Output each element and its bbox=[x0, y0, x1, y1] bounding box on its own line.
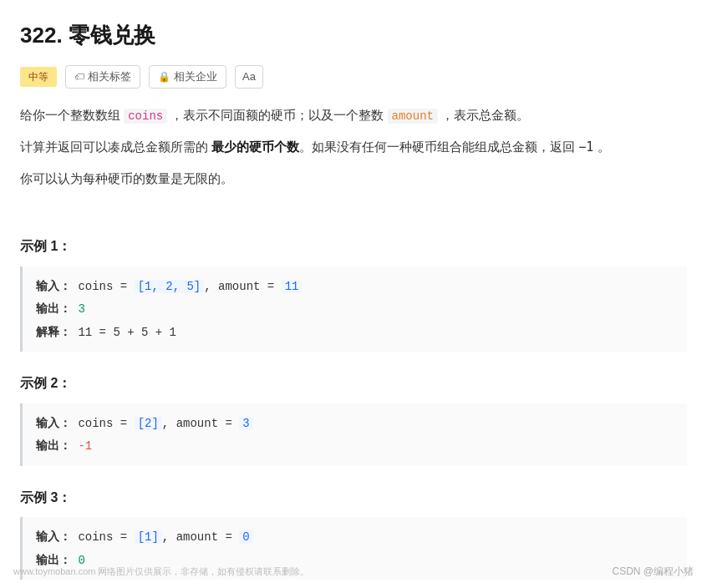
example2-input-coins: coins = [2], amount = 3 bbox=[78, 417, 252, 430]
example1-explain-value: 11 = 5 + 5 + 1 bbox=[78, 326, 176, 339]
example1-output-row: 输出： 3 bbox=[36, 297, 674, 321]
font-size-button[interactable]: Aa bbox=[235, 65, 263, 89]
watermark: www.toymoban.com 网络图片仅供展示，非存储，如有侵权请联系删除。 bbox=[13, 564, 309, 580]
example2-input-label: 输入： bbox=[36, 416, 71, 429]
difficulty-badge[interactable]: 中等 bbox=[20, 67, 57, 87]
related-company-button[interactable]: 🔒 相关企业 bbox=[149, 65, 226, 89]
example1-explain-row: 解释： 11 = 5 + 5 + 1 bbox=[36, 321, 674, 344]
example1-title: 示例 1： bbox=[20, 235, 687, 257]
tags-row: 中等 🏷 相关标签 🔒 相关企业 Aa bbox=[20, 65, 687, 89]
example1-block: 输入： coins = [1, 2, 5], amount = 11 输出： 3… bbox=[20, 266, 687, 352]
example2-output-value: -1 bbox=[78, 439, 92, 453]
description-1: 给你一个整数数组 coins ，表示不同面额的硬币；以及一个整数 amount … bbox=[20, 104, 687, 127]
lock-icon: 🔒 bbox=[158, 68, 170, 85]
example2-input-row: 输入： coins = [2], amount = 3 bbox=[36, 412, 674, 435]
example1-output-value: 3 bbox=[78, 302, 84, 316]
tag-icon: 🏷 bbox=[74, 68, 84, 85]
example3-input-coins: coins = [1], amount = 0 bbox=[78, 530, 252, 544]
footer: CSDN @编程小猪 bbox=[612, 563, 694, 580]
example3-title: 示例 3： bbox=[20, 486, 687, 509]
related-tags-button[interactable]: 🏷 相关标签 bbox=[65, 65, 140, 89]
example2-block: 输入： coins = [2], amount = 3 输出： -1 bbox=[20, 403, 687, 466]
description-3: 你可以认为每种硬币的数量是无限的。 bbox=[20, 167, 687, 190]
example3-input-row: 输入： coins = [1], amount = 0 bbox=[36, 525, 674, 549]
example2-title: 示例 2： bbox=[20, 372, 687, 394]
description-2: 计算并返回可以凑成总金额所需的 最少的硬币个数。如果没有任何一种硬币组合能组成总… bbox=[20, 135, 687, 159]
example1-output-label: 输出： bbox=[36, 302, 71, 315]
example3-input-label: 输入： bbox=[36, 530, 71, 543]
example2-output-row: 输出： -1 bbox=[36, 434, 674, 458]
page-title: 322. 零钱兑换 bbox=[20, 17, 687, 53]
example1-input-row: 输入： coins = [1, 2, 5], amount = 11 bbox=[36, 275, 674, 298]
example1-explain-label: 解释： bbox=[36, 325, 71, 338]
example2-output-label: 输出： bbox=[36, 438, 71, 452]
example1-input-coins: coins = [1, 2, 5], amount = 11 bbox=[78, 280, 302, 293]
example1-input-label: 输入： bbox=[36, 279, 71, 292]
